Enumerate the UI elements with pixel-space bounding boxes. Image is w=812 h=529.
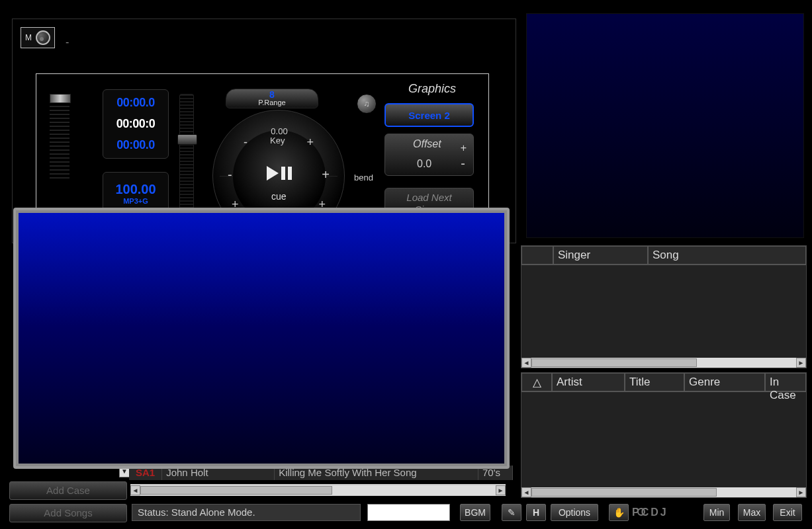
- singer-queue-table[interactable]: Singer Song ◄ ►: [521, 245, 807, 368]
- offset-minus-button[interactable]: -: [461, 156, 465, 171]
- singer-col-song[interactable]: Song: [648, 246, 806, 264]
- case-hscroll[interactable]: ◄ ►: [130, 484, 506, 496]
- singer-col-index[interactable]: [521, 246, 553, 264]
- search-input[interactable]: [367, 504, 450, 521]
- scroll-left-icon[interactable]: ◄: [130, 485, 140, 495]
- mode-icon: [36, 30, 50, 45]
- library-col-title[interactable]: Title: [625, 373, 684, 391]
- bend-plus-button[interactable]: +: [322, 167, 330, 183]
- key-plus-button[interactable]: +: [306, 136, 314, 149]
- player-deck: 00:00.0 00:00:0 00:00.0 100.00 MP3+G Pit…: [36, 73, 489, 225]
- time-display: 00:00.0 00:00:0 00:00.0: [103, 89, 169, 159]
- key-label: Key: [270, 136, 285, 145]
- mode-button[interactable]: M: [21, 27, 55, 48]
- add-case-button[interactable]: Add Case: [9, 481, 127, 500]
- scroll-right-icon[interactable]: ►: [796, 487, 806, 497]
- key-value: 0.00: [266, 126, 293, 136]
- scroll-thumb[interactable]: [531, 488, 717, 497]
- prange-label: P.Range: [226, 99, 318, 106]
- pitch-fader[interactable]: [179, 94, 194, 216]
- dash-label: -: [66, 36, 69, 48]
- notes-icon-button[interactable]: ♫: [357, 94, 377, 114]
- edit-tool-button[interactable]: ✎: [502, 504, 521, 521]
- offset-value: 0.0: [417, 158, 431, 170]
- library-col-genre[interactable]: Genre: [684, 373, 765, 391]
- scroll-thumb[interactable]: [140, 486, 332, 495]
- svg-rect-1: [281, 167, 285, 180]
- svg-marker-0: [267, 166, 279, 181]
- singer-col-singer[interactable]: Singer: [553, 246, 648, 264]
- library-sort-indicator[interactable]: △: [521, 373, 552, 391]
- library-hscroll[interactable]: ◄ ►: [521, 487, 806, 497]
- bend-label: bend: [354, 173, 373, 183]
- h-button[interactable]: H: [526, 504, 546, 521]
- cdg-preview: [526, 13, 804, 238]
- min-button[interactable]: Min: [703, 504, 730, 521]
- scroll-track[interactable]: [531, 358, 796, 368]
- singer-hscroll[interactable]: ◄ ►: [521, 358, 806, 368]
- max-button[interactable]: Max: [738, 504, 766, 521]
- library-col-artist[interactable]: Artist: [552, 373, 625, 391]
- mode-label: M: [25, 33, 36, 42]
- scroll-left-icon[interactable]: ◄: [521, 487, 531, 497]
- offset-panel: Offset + 0.0 -: [384, 134, 474, 176]
- time-total: 00:00.0: [116, 138, 155, 152]
- scroll-right-icon[interactable]: ►: [796, 358, 806, 368]
- svg-rect-2: [288, 167, 292, 180]
- pcdj-logo: PCDJ: [632, 503, 698, 521]
- library-header: △ Artist Title Genre In Case: [521, 373, 806, 392]
- screen2-button[interactable]: Screen 2: [384, 103, 474, 127]
- graphics-header: Graphics: [386, 82, 478, 96]
- cdg-video-window[interactable]: [13, 208, 510, 469]
- library-table[interactable]: △ Artist Title Genre In Case ◄ ►: [521, 372, 807, 498]
- library-col-incase[interactable]: In Case: [765, 373, 806, 391]
- singer-queue-header: Singer Song: [521, 246, 806, 265]
- format-label: MP3+G: [123, 197, 148, 205]
- rate-value: 100.00: [115, 182, 156, 197]
- key-minus-button[interactable]: -: [244, 136, 248, 149]
- bend-minus-button[interactable]: -: [228, 167, 232, 183]
- jog-area: 8 P.Range ♫ 0.00 Key - + - + bend: [212, 97, 358, 224]
- music-note-icon: ♫: [364, 99, 370, 108]
- add-songs-button[interactable]: Add Songs: [9, 504, 127, 522]
- time-elapsed: 00:00:0: [116, 117, 156, 131]
- hand-icon: ✋: [613, 507, 625, 518]
- scroll-left-icon[interactable]: ◄: [521, 358, 531, 368]
- offset-plus-button[interactable]: +: [461, 142, 467, 154]
- scroll-right-icon[interactable]: ►: [496, 485, 506, 495]
- options-button[interactable]: Options: [551, 504, 598, 521]
- time-remaining: 00:00.0: [116, 96, 155, 110]
- bgm-button[interactable]: BGM: [460, 504, 490, 521]
- scroll-thumb[interactable]: [531, 358, 697, 367]
- cue-label[interactable]: cue: [271, 191, 287, 202]
- cdg-video-canvas: [19, 213, 504, 464]
- hand-button[interactable]: ✋: [609, 504, 629, 521]
- offset-label: Offset: [413, 138, 441, 150]
- pencil-icon: ✎: [508, 505, 516, 520]
- status-bar: Status: Stand Alone Mode.: [132, 504, 361, 521]
- scroll-track[interactable]: [140, 485, 496, 495]
- vu-meter[interactable]: [50, 94, 69, 180]
- exit-button[interactable]: Exit: [773, 504, 802, 521]
- play-pause-button[interactable]: [263, 163, 296, 186]
- prange-value: 8: [226, 89, 318, 99]
- scroll-track[interactable]: [531, 487, 796, 497]
- pitch-fader-cap[interactable]: [177, 134, 197, 145]
- prange-button[interactable]: 8 P.Range: [226, 89, 318, 108]
